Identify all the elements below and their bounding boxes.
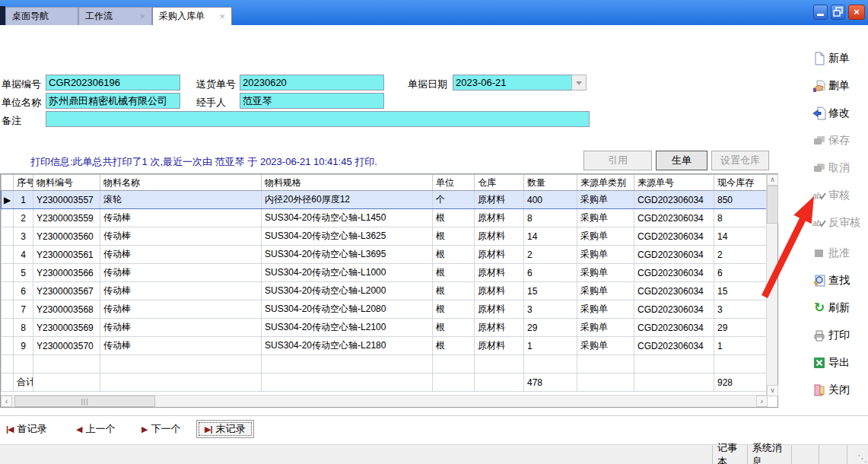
- col-header[interactable]: 数量: [524, 175, 577, 191]
- cell-material-code[interactable]: Y2300003569: [33, 319, 100, 337]
- cell-source-no[interactable]: CGD202306034: [634, 337, 714, 355]
- cell-unit[interactable]: 根: [433, 282, 475, 300]
- cell-material-name[interactable]: 传动棒: [100, 319, 262, 337]
- table-row[interactable]: 6 Y2300003567 传动棒 SUS304-20传动空心轴-L2000 根…: [2, 282, 768, 300]
- vertical-scroll-thumb[interactable]: [767, 186, 778, 224]
- cell-warehouse[interactable]: 原材料: [475, 300, 524, 319]
- cell-material-code[interactable]: Y2300003570: [33, 337, 100, 355]
- cancel-button[interactable]: 取消: [812, 160, 867, 176]
- col-header[interactable]: 物料规格: [262, 175, 433, 191]
- tab-close-icon[interactable]: ×: [139, 11, 145, 21]
- cell-source-no[interactable]: CGD202306034: [634, 282, 714, 300]
- cell-seq[interactable]: 5: [14, 264, 33, 282]
- cell-material-spec[interactable]: SUS304-20传动空心轴-L2100: [262, 319, 433, 337]
- cell-seq[interactable]: 9: [14, 337, 33, 355]
- table-row[interactable]: 9 Y2300003570 传动棒 SUS304-20传动空心轴-L2180 根…: [2, 337, 768, 355]
- scroll-down-icon[interactable]: ∨: [767, 385, 778, 396]
- cell-quantity[interactable]: 6: [524, 264, 577, 282]
- cell-source-type[interactable]: 采购单: [577, 264, 634, 282]
- cell-material-name[interactable]: 传动棒: [100, 337, 262, 355]
- quote-button[interactable]: 引用: [583, 151, 652, 170]
- tab-close-icon[interactable]: ×: [219, 11, 225, 21]
- cell-quantity[interactable]: 29: [524, 319, 577, 337]
- unit-name-field[interactable]: [46, 93, 180, 109]
- find-button[interactable]: 查找: [812, 272, 867, 289]
- cell-warehouse[interactable]: 原材料: [475, 246, 524, 264]
- cell-unit[interactable]: 根: [433, 319, 475, 337]
- cell-warehouse[interactable]: 原材料: [475, 227, 524, 246]
- delete-doc-button[interactable]: 删单: [812, 78, 867, 94]
- col-header[interactable]: 单位: [433, 175, 475, 191]
- handler-field[interactable]: [240, 93, 384, 109]
- horizontal-scroll-thumb[interactable]: |||: [14, 396, 155, 407]
- cell-material-code[interactable]: Y2300003557: [33, 191, 100, 209]
- cell-quantity[interactable]: 15: [524, 282, 577, 300]
- table-row[interactable]: 4 Y2300003561 传动棒 SUS304-20传动空心轴-L3695 根…: [2, 246, 768, 264]
- cell-source-type[interactable]: 采购单: [577, 319, 634, 337]
- cell-seq[interactable]: 6: [14, 282, 33, 300]
- scroll-up-icon[interactable]: ∧: [767, 174, 778, 186]
- col-header[interactable]: 来源单类别: [577, 175, 634, 191]
- cell-material-spec[interactable]: 内径20外径60厚度12: [262, 191, 433, 209]
- cell-current-stock[interactable]: 2: [714, 246, 768, 264]
- save-button[interactable]: 保存: [812, 132, 867, 149]
- vertical-scrollbar[interactable]: ∧ ∨: [766, 174, 777, 396]
- cell-material-code[interactable]: Y2300003560: [33, 227, 100, 246]
- cell-source-no[interactable]: CGD202306034: [634, 319, 714, 337]
- cell-unit[interactable]: 根: [433, 300, 475, 319]
- close-form-button[interactable]: 关闭: [812, 382, 867, 399]
- next-record-button[interactable]: ▶ 下一个: [141, 420, 180, 438]
- cell-seq[interactable]: 1: [14, 191, 33, 209]
- previous-record-button[interactable]: ◀ 上一个: [76, 420, 115, 438]
- cell-material-name[interactable]: 传动棒: [100, 246, 262, 264]
- cell-current-stock[interactable]: 8: [714, 209, 768, 227]
- cell-material-code[interactable]: Y2300003566: [33, 264, 100, 282]
- cell-quantity[interactable]: 400: [524, 191, 577, 209]
- table-row[interactable]: 7 Y2300003568 传动棒 SUS304-20传动空心轴-L2080 根…: [2, 300, 768, 319]
- table-row[interactable]: 8 Y2300003569 传动棒 SUS304-20传动空心轴-L2100 根…: [2, 319, 768, 337]
- cell-unit[interactable]: 根: [433, 227, 475, 246]
- scroll-left-icon[interactable]: ‹: [1, 396, 12, 407]
- cell-unit[interactable]: 根: [433, 264, 475, 282]
- set-warehouse-button[interactable]: 设置仓库: [711, 151, 769, 170]
- cell-material-name[interactable]: 传动棒: [100, 282, 262, 300]
- cell-source-type[interactable]: 采购单: [577, 300, 634, 319]
- cell-quantity[interactable]: 1: [524, 337, 577, 355]
- cell-material-spec[interactable]: SUS304-20传动空心轴-L2000: [262, 282, 433, 300]
- cell-current-stock[interactable]: 15: [714, 282, 768, 300]
- cell-material-name[interactable]: 传动棒: [100, 227, 262, 246]
- cell-source-no[interactable]: CGD202306034: [634, 227, 714, 246]
- cell-quantity[interactable]: 2: [524, 246, 577, 264]
- cell-material-code[interactable]: Y2300003561: [33, 246, 100, 264]
- cell-seq[interactable]: 8: [14, 319, 33, 337]
- cell-material-spec[interactable]: SUS304-20传动空心轴-L2180: [262, 337, 433, 355]
- new-doc-button[interactable]: 新单: [812, 50, 867, 67]
- cell-warehouse[interactable]: 原材料: [475, 319, 524, 337]
- reverse-audit-button[interactable]: ab 反审核: [812, 215, 867, 231]
- cell-source-type[interactable]: 采购单: [577, 191, 634, 209]
- table-row[interactable]: 5 Y2300003566 传动棒 SUS304-20传动空心轴-L1000 根…: [2, 264, 768, 282]
- cell-source-type[interactable]: 采购单: [577, 282, 634, 300]
- cell-unit[interactable]: 根: [433, 209, 475, 227]
- tab-purchase-stockin[interactable]: 采购入库单 ×: [152, 7, 232, 25]
- col-header[interactable]: 物料编号: [33, 175, 100, 191]
- cell-source-no[interactable]: CGD202306034: [634, 209, 714, 227]
- cell-source-no[interactable]: CGD202306034: [634, 246, 714, 264]
- cell-quantity[interactable]: 3: [524, 300, 577, 319]
- col-header[interactable]: 现今库存: [714, 175, 768, 191]
- horizontal-scrollbar[interactable]: ‹ ||| ›: [1, 395, 768, 407]
- cell-source-type[interactable]: 采购单: [577, 227, 634, 246]
- cell-current-stock[interactable]: 29: [714, 319, 768, 337]
- cell-material-spec[interactable]: SUS304-20传动空心轴-L1450: [262, 209, 433, 227]
- cell-material-name[interactable]: 传动棒: [100, 209, 262, 227]
- cell-seq[interactable]: 2: [14, 209, 33, 227]
- cell-source-no[interactable]: CGD202306034: [634, 264, 714, 282]
- cell-unit[interactable]: 根: [433, 337, 475, 355]
- cell-source-type[interactable]: 采购单: [577, 337, 634, 355]
- cell-material-spec[interactable]: SUS304-20传动空心轴-L2080: [262, 300, 433, 319]
- cell-material-code[interactable]: Y2300003568: [33, 300, 100, 319]
- table-row[interactable]: ▶ 1 Y2300003557 滚轮 内径20外径60厚度12 个 原材料 40…: [2, 191, 768, 209]
- close-button[interactable]: ×: [848, 5, 865, 20]
- refresh-button[interactable]: ↻ 刷新: [812, 300, 867, 316]
- cell-current-stock[interactable]: 850: [714, 191, 768, 209]
